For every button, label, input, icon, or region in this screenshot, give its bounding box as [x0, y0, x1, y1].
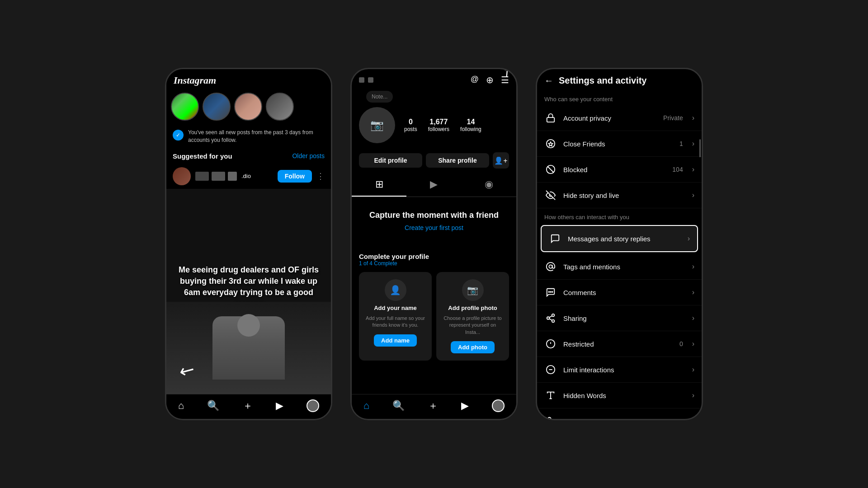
settings-blocked[interactable]: Blocked 104 ›: [537, 157, 702, 183]
phone-feed: Instagram ♡ ✈ ✓ You've seen all new post…: [165, 68, 332, 420]
camera-icon: 📷: [370, 119, 384, 131]
chevron-right-icon: ›: [692, 340, 694, 348]
profile-avatar-nav[interactable]: [307, 399, 319, 412]
settings-limit[interactable]: Limit interactions ›: [537, 357, 702, 383]
settings-comments[interactable]: Comments ›: [537, 280, 702, 305]
share-profile-button[interactable]: Share profile: [426, 153, 489, 168]
bottom-nav: ⌂ 🔍 ＋ ▶: [166, 394, 331, 419]
person-silhouette: [212, 316, 285, 380]
empty-title: Capture the moment with a friend: [359, 211, 509, 220]
add-photo-button[interactable]: Add photo: [451, 341, 495, 353]
profile-section: 📷 0 posts 1,677 followers 14 following: [352, 103, 516, 148]
search-icon[interactable]: 🔍: [392, 400, 405, 412]
chevron-right-icon: ›: [692, 391, 694, 399]
home-icon[interactable]: ⌂: [363, 400, 369, 412]
posts-stat[interactable]: 0 posts: [404, 118, 417, 132]
svg-point-11: [552, 320, 555, 323]
status-bar: [359, 77, 373, 83]
settings-messages[interactable]: Messages and story replies ›: [541, 225, 698, 252]
settings-hidden-words[interactable]: Hidden Words ›: [537, 383, 702, 408]
chevron-right-icon: ›: [692, 366, 694, 374]
settings-hide-story[interactable]: Hide story and live ›: [537, 183, 702, 208]
section1-label: Who can see your content: [537, 90, 702, 105]
followers-stat[interactable]: 1,677 followers: [428, 118, 449, 132]
svg-line-3: [548, 167, 554, 173]
note-field[interactable]: Note...: [366, 91, 393, 103]
lock-icon: [544, 112, 557, 124]
complete-profile-section: Complete your profile 1 of 4 Complete 👤 …: [352, 245, 516, 368]
profile-tabs: ⊞ ▶ ◉: [352, 173, 516, 197]
follow-button[interactable]: Follow: [278, 170, 312, 183]
chevron-right-icon: ›: [692, 114, 694, 122]
svg-point-9: [552, 314, 555, 317]
chevron-right-icon: ›: [692, 314, 694, 322]
create-post-link[interactable]: Create your first post: [405, 224, 463, 231]
following-stat[interactable]: 14 following: [460, 118, 481, 132]
reels-icon[interactable]: ▶: [276, 400, 283, 412]
older-posts-link[interactable]: Older posts: [292, 152, 325, 160]
bottom-nav: ⌂ 🔍 ＋ ▶: [352, 394, 516, 419]
heart-icon[interactable]: ♡: [305, 76, 311, 85]
messenger-icon[interactable]: ✈: [318, 76, 324, 85]
add-photo-card: 📷 Add profile photo Choose a profile pic…: [436, 272, 509, 361]
section2-label: How others can interact with you: [537, 208, 702, 223]
svg-point-8: [552, 291, 553, 292]
image-placeholder: [212, 172, 225, 181]
avatar: [173, 167, 191, 185]
settings-sharing[interactable]: Sharing ›: [537, 305, 702, 331]
settings-follow-invite[interactable]: Follow and invite friends ›: [537, 408, 702, 420]
hidden-words-label: Hidden Words: [563, 392, 686, 399]
story-item[interactable]: [234, 93, 262, 121]
restricted-label: Restricted: [563, 340, 673, 348]
svg-point-10: [547, 317, 550, 319]
add-icon[interactable]: ⊕: [486, 75, 494, 85]
svg-point-20: [548, 418, 551, 420]
suggested-label: Suggested for you: [173, 152, 232, 160]
settings-account-privacy[interactable]: Account privacy Private ›: [537, 105, 702, 131]
add-name-button[interactable]: Add name: [374, 334, 417, 347]
back-button[interactable]: ←: [544, 75, 553, 86]
empty-content: Capture the moment with a friend Create …: [352, 197, 516, 245]
text-icon: [544, 389, 557, 402]
story-item[interactable]: [171, 93, 199, 121]
tab-grid[interactable]: ⊞: [352, 173, 406, 197]
card-desc-photo: Choose a profile picture to represent yo…: [442, 315, 504, 336]
svg-point-5: [549, 265, 552, 268]
story-item[interactable]: [266, 93, 294, 121]
image-placeholder: [228, 172, 237, 181]
restricted-value: 0: [679, 340, 683, 347]
tab-tagged[interactable]: ◉: [462, 173, 516, 197]
tab-reels[interactable]: ▶: [406, 173, 461, 197]
more-icon[interactable]: ⋮: [316, 171, 325, 181]
check-circle-icon: ✓: [173, 130, 184, 141]
add-post-icon[interactable]: ＋: [428, 399, 438, 413]
block-icon: [544, 163, 557, 176]
settings-title: Settings and activity: [559, 75, 647, 86]
comment-icon: [544, 286, 557, 299]
svg-line-12: [549, 319, 552, 320]
scrollbar: [699, 139, 701, 157]
blocked-label: Blocked: [563, 166, 666, 174]
settings-close-friends[interactable]: Close Friends 1 ›: [537, 131, 702, 157]
settings-tags[interactable]: Tags and mentions ›: [537, 254, 702, 280]
add-post-icon[interactable]: ＋: [243, 399, 253, 413]
reels-icon[interactable]: ▶: [461, 400, 469, 412]
card-title-photo: Add profile photo: [448, 305, 497, 311]
story-item[interactable]: [203, 93, 231, 121]
svg-point-7: [548, 291, 549, 292]
suggested-header: Suggested for you Older posts: [166, 149, 331, 164]
threads-icon[interactable]: @: [471, 75, 479, 85]
home-icon[interactable]: ⌂: [178, 400, 184, 412]
complete-progress: 1 of 4 Complete: [359, 260, 509, 267]
blocked-value: 104: [672, 166, 683, 173]
edit-profile-button[interactable]: Edit profile: [359, 153, 422, 168]
camera-card-icon: 📷: [462, 279, 484, 301]
settings-restricted[interactable]: Restricted 0 ›: [537, 331, 702, 357]
phone-profile: @ ⊕ ☰ ↗ Note... 📷 0 posts 1,677 follower…: [350, 68, 518, 420]
search-icon[interactable]: 🔍: [207, 400, 219, 412]
card-desc-name: Add your full name so your friends know …: [364, 315, 426, 329]
profile-avatar[interactable]: 📷: [359, 107, 395, 143]
image-placeholder: [195, 172, 209, 181]
profile-avatar-nav[interactable]: [492, 399, 505, 412]
add-friend-button[interactable]: 👤+: [493, 152, 509, 169]
